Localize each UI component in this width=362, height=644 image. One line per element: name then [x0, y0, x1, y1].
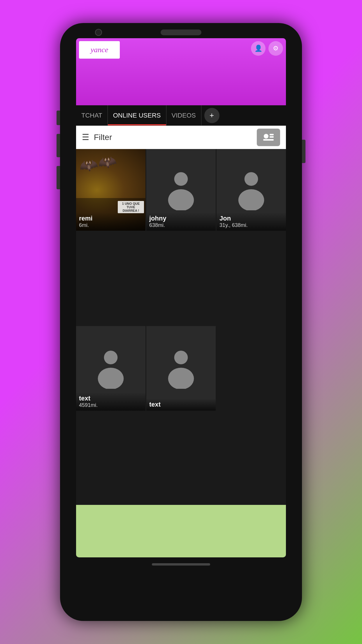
app-header: yance 👤 ⚙ [76, 38, 286, 105]
speaker [161, 29, 201, 35]
svg-point-7 [238, 189, 264, 210]
johny-distance: 638mi. [149, 222, 213, 228]
user-card-remi[interactable]: 1 UNO QUE TUVE DIARREA ! remi 6mi. [76, 149, 145, 231]
header-icons: 👤 ⚙ [251, 41, 283, 56]
card-view-icon [262, 132, 275, 143]
svg-point-9 [98, 368, 124, 388]
home-indicator[interactable] [152, 563, 210, 566]
text1-distance: 4591mi. [79, 402, 143, 408]
text2-name: text [149, 401, 213, 408]
johny-name: johny [149, 215, 213, 222]
jon-name: Jon [219, 215, 283, 222]
remi-distance: 6mi. [79, 222, 143, 228]
svg-rect-2 [270, 136, 274, 138]
card-view-button[interactable] [257, 129, 280, 146]
remi-info: remi 6mi. [76, 212, 145, 231]
volume-up-button[interactable] [57, 111, 60, 125]
johny-info: johny 638mi. [146, 212, 216, 231]
user-card-text1[interactable]: text 4591mi. [76, 326, 145, 411]
svg-point-4 [174, 172, 188, 186]
filter-icon[interactable]: ☰ [82, 132, 89, 142]
tab-videos[interactable]: VIDEOS [166, 105, 201, 125]
tabs-bar: TCHAT ONLINE USERS VIDEOS + [76, 105, 286, 126]
text1-name: text [79, 395, 143, 402]
text1-info: text 4591mi. [76, 392, 145, 411]
svg-point-6 [245, 172, 258, 186]
power-button[interactable] [302, 140, 305, 163]
svg-point-0 [264, 134, 268, 139]
bottom-area [76, 505, 286, 557]
text2-silhouette [164, 348, 198, 389]
svg-point-8 [104, 351, 118, 364]
filter-bar: ☰ Filter [76, 126, 286, 149]
meme-text: 1 UNO QUE TUVE DIARREA ! [118, 201, 144, 213]
user-card-text2[interactable]: text [146, 326, 216, 411]
settings-icon[interactable]: ⚙ [268, 41, 283, 56]
tab-tchat[interactable]: TCHAT [76, 105, 108, 125]
svg-rect-1 [270, 134, 274, 135]
jon-distance: 31y., 638mi. [219, 222, 283, 228]
text2-info: text [146, 398, 216, 411]
users-grid: 1 UNO QUE TUVE DIARREA ! remi 6mi. johny… [76, 149, 286, 505]
svg-point-11 [168, 368, 194, 388]
phone-frame: yance 👤 ⚙ TCHAT ONLINE USERS VIDEOS + [60, 23, 302, 621]
svg-point-10 [174, 351, 188, 364]
jon-silhouette [234, 169, 269, 210]
phone-top [60, 23, 302, 38]
johny-silhouette [164, 169, 198, 210]
remi-name: remi [79, 215, 143, 222]
filter-label: Filter [94, 133, 257, 142]
silent-button[interactable] [57, 166, 60, 189]
tab-online-users[interactable]: ONLINE USERS [108, 105, 166, 125]
text1-silhouette [93, 348, 128, 389]
svg-rect-3 [263, 139, 274, 141]
text2-avatar-bg [146, 326, 216, 411]
svg-point-5 [168, 189, 194, 210]
phone-screen: yance 👤 ⚙ TCHAT ONLINE USERS VIDEOS + [76, 38, 286, 557]
profile-icon[interactable]: 👤 [251, 41, 266, 56]
volume-down-button[interactable] [57, 134, 60, 157]
camera [95, 29, 102, 36]
user-card-johny[interactable]: johny 638mi. [146, 149, 216, 231]
jon-info: Jon 31y., 638mi. [217, 212, 286, 231]
add-tab-button[interactable]: + [204, 108, 219, 123]
user-card-jon[interactable]: Jon 31y., 638mi. [217, 149, 286, 231]
app-logo: yance [79, 41, 120, 59]
